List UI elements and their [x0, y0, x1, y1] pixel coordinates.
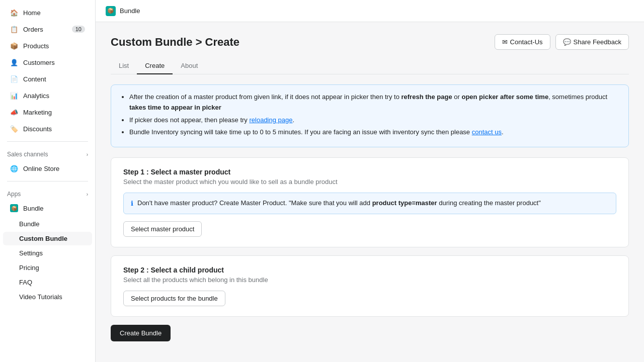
tab-create[interactable]: Create — [137, 58, 173, 74]
contact-us-button[interactable]: ✉ Contact-Us — [495, 34, 550, 50]
chevron-right-icon: › — [87, 192, 88, 197]
tab-about[interactable]: About — [173, 58, 206, 74]
sidebar-item-bundle[interactable]: 📦 Bundle — [3, 200, 92, 216]
sidebar-item-home[interactable]: 🏠 Home — [3, 5, 92, 21]
page-title: Custom Bundle > Create — [111, 36, 239, 49]
feedback-icon: 💬 — [563, 38, 571, 46]
sidebar-subitem-faq[interactable]: FAQ — [3, 276, 92, 289]
marketing-icon: 📣 — [10, 108, 18, 116]
customers-icon: 👤 — [10, 58, 18, 66]
tab-list[interactable]: List — [111, 58, 137, 74]
analytics-icon: 📊 — [10, 92, 18, 100]
sidebar-subitem-bundle[interactable]: Bundle — [3, 217, 92, 231]
info-bullet-1: After the creation of a master product f… — [129, 92, 619, 113]
reloading-page-link[interactable]: reloading page — [249, 116, 292, 124]
sidebar-subitem-pricing[interactable]: Pricing — [3, 261, 92, 275]
online-store-icon: 🌐 — [10, 164, 18, 172]
step2-desc: Select all the products which belong in … — [123, 276, 616, 284]
content-icon: 📄 — [10, 75, 18, 83]
info-box: After the creation of a master product f… — [111, 84, 629, 147]
orders-badge: 10 — [72, 26, 85, 33]
topbar: 📦 Bundle — [96, 0, 644, 22]
step1-desc: Select the master product which you woul… — [123, 178, 616, 186]
step1-title: Step 1 : Select a master product — [123, 168, 616, 176]
step2-card: Step 2 : Select a child product Select a… — [111, 255, 629, 317]
sidebar-item-content[interactable]: 📄 Content — [3, 71, 92, 87]
sidebar-item-marketing[interactable]: 📣 Marketing — [3, 104, 92, 120]
step1-note: ℹ Don't have master product? Create Mast… — [123, 193, 616, 214]
sidebar-item-label: Customers — [23, 59, 55, 66]
info-bullet-2: If picker does not appear, then please t… — [129, 115, 619, 126]
sidebar-item-orders[interactable]: 📋 Orders 10 — [3, 21, 92, 37]
sidebar-item-customers[interactable]: 👤 Customers — [3, 54, 92, 70]
sidebar-item-products[interactable]: 📦 Products — [3, 38, 92, 54]
sidebar-item-label: Products — [23, 42, 49, 50]
create-bundle-button[interactable]: Create Bundle — [111, 325, 171, 341]
sidebar-item-analytics[interactable]: 📊 Analytics — [3, 87, 92, 104]
info-bullet-3: Bundle Inventory syncing will take time … — [129, 127, 619, 138]
sidebar-item-label: Online Store — [23, 165, 59, 172]
products-icon: 📦 — [10, 42, 18, 50]
contact-icon: ✉ — [502, 38, 508, 46]
bundle-icon: 📦 — [10, 204, 18, 212]
sidebar-item-discounts[interactable]: 🏷️ Discounts — [3, 121, 92, 137]
sidebar-item-label: Marketing — [23, 109, 52, 116]
share-feedback-button[interactable]: 💬 Share Feedback — [555, 34, 629, 50]
contact-us-link[interactable]: contact us — [472, 128, 502, 136]
sidebar-item-label: Orders — [23, 26, 43, 33]
create-master-product-link[interactable]: Create Master Product — [219, 199, 285, 207]
main-content: 📦 Bundle Custom Bundle > Create ✉ Contac… — [96, 0, 644, 362]
bundle-breadcrumb-icon: 📦 — [106, 6, 116, 16]
discounts-icon: 🏷️ — [10, 125, 18, 133]
step2-title: Step 2 : Select a child product — [123, 266, 616, 274]
select-master-product-button[interactable]: Select master product — [123, 221, 202, 237]
content-area: Custom Bundle > Create ✉ Contact-Us 💬 Sh… — [96, 22, 644, 362]
tabs: List Create About — [111, 58, 629, 74]
breadcrumb: Bundle — [120, 7, 140, 15]
sidebar-subitem-custom-bundle[interactable]: Custom Bundle — [3, 232, 92, 245]
sidebar-item-label: Analytics — [23, 92, 49, 100]
orders-icon: 📋 — [10, 25, 18, 33]
sidebar-item-label: Content — [23, 75, 46, 83]
sales-channels-header[interactable]: Sales channels › — [0, 146, 95, 160]
header-actions: ✉ Contact-Us 💬 Share Feedback — [495, 34, 629, 50]
apps-header[interactable]: Apps › — [0, 186, 95, 200]
select-products-bundle-button[interactable]: Select products for the bundle — [123, 291, 225, 306]
sidebar-item-online-store[interactable]: 🌐 Online Store — [3, 160, 92, 176]
page-header: Custom Bundle > Create ✉ Contact-Us 💬 Sh… — [111, 34, 629, 50]
home-icon: 🏠 — [10, 9, 18, 17]
sidebar-subitem-video-tutorials[interactable]: Video Tutorials — [3, 290, 92, 304]
chevron-right-icon: › — [87, 152, 88, 157]
info-icon: ℹ — [131, 199, 133, 209]
sidebar-item-label: Bundle — [23, 205, 43, 212]
sidebar-subitem-settings[interactable]: Settings — [3, 246, 92, 260]
step1-card: Step 1 : Select a master product Select … — [111, 157, 629, 247]
sidebar-item-label: Discounts — [23, 125, 52, 133]
sidebar: 🏠 Home 📋 Orders 10 📦 Products 👤 Customer… — [0, 0, 96, 362]
sidebar-item-label: Home — [23, 9, 41, 17]
